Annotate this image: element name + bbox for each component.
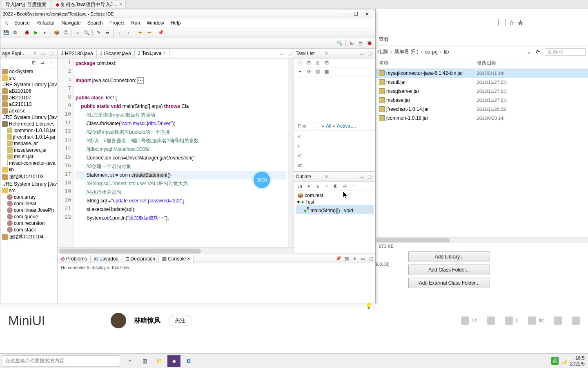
tree-package[interactable]: com.stack [0, 227, 57, 233]
java-perspective-icon[interactable]: ☕ [356, 39, 365, 47]
dislike-button[interactable] [487, 316, 495, 325]
menu-navigate[interactable]: Navigate [58, 19, 84, 27]
tab-javadoc[interactable]: @Javadoc [91, 255, 122, 263]
minimize-icon[interactable]: ▭ [277, 49, 285, 58]
comment-button[interactable]: 4 [505, 316, 518, 325]
sync-icon[interactable]: ⟳ [305, 68, 313, 76]
minimize-button[interactable]: — [339, 10, 350, 18]
package-tree[interactable]: ookSystem src JRE System Library [Java a… [0, 67, 57, 303]
display-console-icon[interactable]: ▤ [343, 255, 351, 263]
menu-refactor[interactable]: Refactor [33, 19, 58, 27]
coin-button[interactable] [554, 316, 562, 325]
refresh-icon[interactable]: ⟳ [536, 49, 540, 55]
folded-marker[interactable]: ⋯ [137, 77, 144, 84]
minimize-icon[interactable]: ▭ [39, 49, 47, 58]
tasklist-all-link[interactable]: All [326, 123, 331, 129]
maximize-icon[interactable]: ▢ [365, 173, 374, 181]
scrollbar-horizontal[interactable] [58, 247, 294, 254]
tree-jre[interactable]: JRE System Library [Java [0, 114, 57, 121]
line-gutter[interactable]: 1 2 3 7 8 9 10 11 12 13 14 15 16 [58, 58, 74, 247]
title-bar[interactable]: 2022 - BookSystem/src/com/test/Test.java… [0, 9, 375, 18]
tasklist-find-input[interactable] [296, 123, 320, 129]
cortana-icon[interactable]: ○ [123, 355, 136, 367]
outline-class[interactable]: ▾ ● Test [296, 199, 374, 205]
forward-icon[interactable]: ➡ [145, 29, 153, 37]
save-icon[interactable]: 💾 [2, 29, 10, 37]
tip-bulb-icon[interactable]: 💡 [365, 303, 372, 309]
breadcrumb-folder[interactable]: ourprj [425, 49, 438, 55]
menu-run[interactable]: Run [128, 19, 143, 27]
menu-edit[interactable]: it [2, 19, 11, 27]
chevron-right-icon[interactable]: ▸ [333, 123, 335, 129]
debug-perspective-icon[interactable]: 🐞 [365, 39, 374, 47]
quick-access-icon[interactable]: 🔍 [336, 39, 344, 47]
maximize-icon[interactable]: ▢ [365, 49, 374, 58]
tag-icon[interactable]: 🏷 [296, 132, 304, 140]
hide-fields-icon[interactable]: ● [305, 182, 313, 190]
close-icon[interactable]: × [187, 256, 190, 262]
favorite-button[interactable]: 44 [528, 316, 544, 325]
file-row[interactable]: msutil.jar2012/11/27 23: [376, 78, 588, 87]
tree-project[interactable]: aexcise [0, 108, 57, 114]
back-icon[interactable]: ⬅ [136, 29, 144, 37]
minimize-icon[interactable]: ▭ [357, 49, 365, 58]
run-last-icon[interactable]: ▸ [41, 29, 49, 37]
view-icon[interactable]: ▤ [314, 68, 322, 76]
editor-tab[interactable]: JHP2130.java [58, 49, 97, 58]
fe-view-menu[interactable]: 查看 [379, 36, 389, 43]
maximize-icon[interactable]: ▢ [47, 49, 56, 58]
menu-window[interactable]: Window [143, 19, 167, 27]
open-perspective-icon[interactable]: ⊞ [347, 39, 356, 47]
tab-console[interactable]: ▤Console× [159, 255, 194, 263]
view-menu-icon[interactable]: ⋮ [350, 182, 358, 190]
author-avatar[interactable] [111, 313, 126, 328]
app-icon[interactable]: ◆ [167, 355, 180, 367]
new-class-icon[interactable]: Ⓒ [62, 29, 70, 37]
scrollbar-vertical[interactable] [288, 58, 294, 247]
tag-icon[interactable]: 🏷 [296, 162, 304, 170]
tree-project[interactable]: aB210107 [0, 94, 57, 101]
run-icon[interactable]: ▶ [32, 29, 40, 37]
view-tab-label[interactable]: age Expl… [2, 51, 32, 56]
tree-src[interactable]: src [0, 187, 57, 194]
new-task-icon[interactable]: 📄 [296, 59, 304, 67]
tree-project[interactable]: 据结构C210103 [0, 173, 57, 181]
ime-indicator[interactable]: 英 [551, 357, 559, 365]
tree-lib[interactable]: lib [0, 166, 57, 173]
close-icon[interactable]: × [324, 51, 329, 56]
pin-console-icon[interactable]: 📌 [334, 255, 343, 263]
outline-package[interactable]: 📦 com.test [296, 192, 374, 199]
star-outline-icon[interactable]: ☆ [509, 19, 514, 27]
focus-icon[interactable]: ◎ [314, 59, 322, 67]
close-icon[interactable]: × [324, 174, 329, 180]
favorites-icon[interactable]: ✮ [518, 19, 523, 27]
browser-tab-article[interactable]: ◆如何在Java项目中导入J…× [52, 1, 126, 8]
toggle-block-icon[interactable]: ☰ [103, 29, 111, 37]
author-name[interactable]: 林暗惊风 [134, 316, 160, 325]
tree-src[interactable]: src [0, 75, 57, 81]
share-button[interactable] [572, 316, 580, 325]
tree-jar[interactable]: msbase.jar [0, 140, 57, 147]
categorize-icon[interactable]: ⊞ [305, 59, 313, 67]
close-button[interactable]: ✕ [361, 10, 373, 18]
add-library-button[interactable]: Add Library... [408, 251, 490, 262]
tree-project[interactable]: ookSystem [0, 68, 57, 75]
collapse-icon[interactable]: ⊟ [323, 59, 331, 67]
task-view-icon[interactable]: ▥ [138, 355, 151, 367]
tree-package[interactable]: com.linear [0, 200, 57, 207]
file-explorer-icon[interactable]: 📁 [153, 355, 166, 367]
view-menu-icon[interactable]: ⋮ [47, 59, 56, 67]
tab-declaration[interactable]: ⊡Declaration [122, 255, 159, 263]
editor-tab-active[interactable]: JTest.java× [135, 49, 169, 58]
tree-jar[interactable]: jfreechart-1.0.14.jar [0, 134, 57, 140]
tree-referenced-libs[interactable]: Referenced Libraries [0, 121, 57, 127]
add-class-folder-button[interactable]: Add Class Folder... [408, 265, 490, 275]
hide-nonpublic-icon[interactable]: ○ [323, 182, 331, 190]
add-external-class-folder-button[interactable]: Add External Class Folder... [408, 278, 490, 288]
breadcrumb-pc[interactable]: 电脑 [378, 48, 388, 55]
browser-tab-baidu[interactable]: 导入jar包 百度搜索 [2, 1, 50, 8]
code-editor[interactable]: package com.test; import java.sql.Connec… [74, 58, 288, 247]
taskbar-search-input[interactable]: 在这里输入你要搜索的内容 [2, 355, 120, 367]
tree-jar[interactable]: mssqlserver.jar [0, 147, 57, 153]
tab-problems[interactable]: ⊘Problems [58, 255, 91, 263]
